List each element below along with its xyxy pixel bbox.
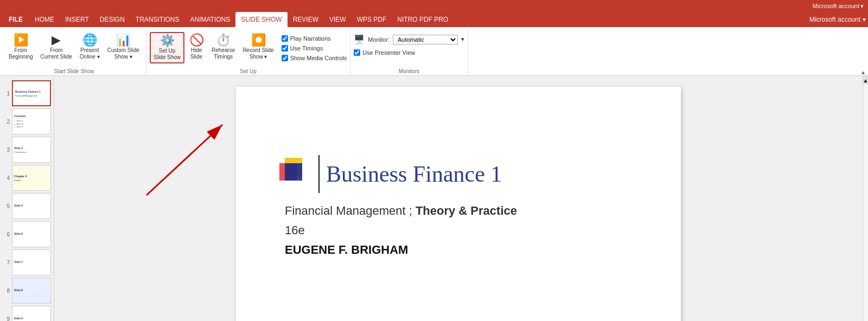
svg-line-1 bbox=[146, 125, 222, 195]
monitors-group-label: Monitors bbox=[354, 66, 464, 74]
slide-num-8: 8 bbox=[3, 288, 10, 294]
menu-item-transitions[interactable]: TRANSITIONS bbox=[130, 12, 185, 27]
menu-item-slideshow[interactable]: SLIDE SHOW bbox=[235, 12, 287, 27]
slide-thumb-9[interactable]: 9 Slide 9 bbox=[3, 306, 50, 321]
slide-num-2: 2 bbox=[3, 119, 10, 125]
present-online-icon: 🌐 bbox=[82, 34, 97, 46]
slide-canvas: Business Finance 1 Financial Management … bbox=[236, 87, 681, 321]
use-presenter-view-checkbox[interactable]: Use Presenter View bbox=[354, 48, 464, 57]
monitor-label: Monitor: bbox=[368, 36, 390, 43]
account-name: Microsoft account bbox=[813, 3, 859, 9]
logo-divider-line bbox=[318, 155, 320, 193]
setup-slideshow-icon: ⚙️ bbox=[160, 35, 175, 47]
slide-subtitle-bold: Theory & Practice bbox=[416, 204, 517, 217]
slide-thumb-8[interactable]: 8 Slide 8 bbox=[3, 278, 50, 304]
slide-edition: 16e bbox=[285, 223, 648, 237]
from-current-slide-button[interactable]: ▶ FromCurrent Slide bbox=[37, 32, 75, 62]
use-presenter-view-input[interactable] bbox=[354, 49, 360, 56]
slide-thumb-3[interactable]: 3 Slide 3 Content here bbox=[3, 137, 50, 163]
menu-item-file[interactable]: FILE bbox=[2, 12, 29, 27]
account-label: Microsoft account bbox=[809, 16, 860, 23]
setup-slideshow-button[interactable]: ⚙️ Set UpSlide Show bbox=[150, 32, 184, 63]
menu-item-home[interactable]: HOME bbox=[29, 12, 60, 27]
slide-title: Business Finance 1 bbox=[326, 161, 502, 187]
use-timings-label: Use Timings bbox=[290, 45, 323, 52]
slide-subtitle-plain: Financial Management ; bbox=[285, 204, 416, 217]
setup-checkboxes: Play Narrations Use Timings Show Media C… bbox=[282, 32, 347, 62]
present-online-button[interactable]: 🌐 PresentOnline ▾ bbox=[76, 32, 103, 62]
monitor-dropdown-arrow: ▾ bbox=[461, 36, 464, 43]
record-slideshow-icon: ⏺️ bbox=[251, 34, 266, 46]
slide-num-9: 9 bbox=[3, 316, 10, 322]
present-online-label: PresentOnline ▾ bbox=[80, 47, 100, 60]
slide-preview-2: Contents — Item 1— Item 2— Item 3 bbox=[12, 108, 51, 134]
right-scrollbar[interactable]: ▲ ▼ bbox=[863, 76, 868, 321]
slide-preview-8: Slide 8 bbox=[12, 278, 51, 304]
ribbon-collapse-button[interactable]: ▲ bbox=[860, 69, 866, 75]
play-narrations-input[interactable] bbox=[282, 35, 288, 42]
setup-group-label: Set Up bbox=[150, 66, 347, 74]
record-slideshow-button[interactable]: ⏺️ Record SlideShow ▾ bbox=[239, 32, 277, 62]
menu-item-insert[interactable]: INSERT bbox=[60, 12, 94, 27]
hide-slide-icon: 🚫 bbox=[189, 34, 204, 46]
slide-author: EUGENE F. BRIGHAM bbox=[285, 243, 648, 257]
rehearse-timings-icon: ⏱️ bbox=[216, 34, 231, 46]
logo-square-blue bbox=[285, 163, 302, 181]
menu-item-view[interactable]: VIEW bbox=[324, 12, 352, 27]
rehearse-timings-label: RehearseTimings bbox=[212, 47, 235, 60]
monitor-icon: 🖥️ bbox=[354, 34, 365, 44]
menu-item-nitro[interactable]: NITRO PDF PRO bbox=[392, 12, 454, 27]
play-narrations-checkbox[interactable]: Play Narrations bbox=[282, 34, 331, 43]
slide-thumb-4[interactable]: 4 Chapter 4 Details bbox=[3, 165, 50, 191]
play-narrations-label: Play Narrations bbox=[290, 35, 331, 42]
account-arrow[interactable]: ▾ bbox=[863, 16, 866, 23]
slide-subtitle: Financial Management ; Theory & Practice bbox=[285, 204, 648, 218]
scrollbar-track bbox=[863, 85, 868, 321]
menu-bar: FILE HOME INSERT DESIGN TRANSITIONS ANIM… bbox=[0, 12, 868, 27]
start-slideshow-group-label: Start Slide Show bbox=[5, 66, 143, 74]
setup-buttons: ⚙️ Set UpSlide Show 🚫 HideSlide ⏱️ Rehea… bbox=[150, 32, 347, 66]
show-media-controls-checkbox[interactable]: Show Media Controls bbox=[282, 54, 347, 62]
menu-item-design[interactable]: DESIGN bbox=[94, 12, 130, 27]
account-area: Microsoft account ▾ bbox=[809, 16, 866, 23]
slide-preview-3: Slide 3 Content here bbox=[12, 137, 51, 163]
account-dropdown-icon[interactable]: ▾ bbox=[860, 3, 864, 10]
use-presenter-view-label: Use Presenter View bbox=[362, 49, 415, 56]
slide-thumb-1[interactable]: 1 Business Finance 1 Financial Managemen… bbox=[3, 80, 50, 106]
slide-thumb-5[interactable]: 5 Slide 5 bbox=[3, 193, 50, 219]
slide-num-1: 1 bbox=[3, 91, 10, 97]
use-timings-checkbox[interactable]: Use Timings bbox=[282, 44, 323, 53]
menu-item-review[interactable]: REVIEW bbox=[288, 12, 324, 27]
custom-show-button[interactable]: 📊 Custom SlideShow ▾ bbox=[104, 32, 143, 62]
setup-slideshow-label: Set UpSlide Show bbox=[154, 48, 181, 61]
main-area: 1 Business Finance 1 Financial Managemen… bbox=[0, 76, 868, 321]
slide-num-6: 6 bbox=[3, 232, 10, 237]
record-slideshow-label: Record SlideShow ▾ bbox=[242, 47, 273, 60]
show-media-controls-input[interactable] bbox=[282, 55, 288, 61]
ribbon-group-setup: ⚙️ Set UpSlide Show 🚫 HideSlide ⏱️ Rehea… bbox=[146, 30, 350, 75]
monitor-select[interactable]: Automatic bbox=[393, 35, 458, 44]
from-beginning-button[interactable]: ▶️ FromBeginning bbox=[5, 32, 36, 62]
title-bar: Microsoft account ▾ bbox=[0, 0, 868, 12]
from-current-icon: ▶ bbox=[52, 34, 61, 46]
use-timings-input[interactable] bbox=[282, 45, 288, 52]
scrollbar-up-button[interactable]: ▲ bbox=[863, 76, 868, 85]
from-beginning-label: FromBeginning bbox=[9, 47, 33, 60]
show-media-controls-label: Show Media Controls bbox=[290, 55, 347, 61]
slide-logo: Business Finance 1 bbox=[279, 155, 648, 193]
slide-thumb-7[interactable]: 7 Slide 7 bbox=[3, 249, 50, 275]
custom-show-icon: 📊 bbox=[116, 34, 131, 46]
rehearse-timings-button[interactable]: ⏱️ RehearseTimings bbox=[208, 32, 238, 62]
start-slideshow-buttons: ▶️ FromBeginning ▶ FromCurrent Slide 🌐 P… bbox=[5, 32, 143, 66]
slide-preview-9: Slide 9 bbox=[12, 306, 51, 321]
hide-slide-button[interactable]: 🚫 HideSlide bbox=[186, 32, 207, 62]
slide-thumb-6[interactable]: 6 Slide 6 bbox=[3, 221, 50, 247]
slide-preview-6: Slide 6 bbox=[12, 221, 51, 247]
menu-item-animations[interactable]: ANIMATIONS bbox=[184, 12, 235, 27]
logo-squares bbox=[279, 158, 312, 190]
slide-thumb-2[interactable]: 2 Contents — Item 1— Item 2— Item 3 bbox=[3, 108, 50, 134]
custom-show-label: Custom SlideShow ▾ bbox=[107, 47, 139, 60]
slide-preview-4: Chapter 4 Details bbox=[12, 165, 51, 191]
from-current-label: FromCurrent Slide bbox=[40, 47, 72, 60]
menu-item-wpspdf[interactable]: WPS PDF bbox=[352, 12, 392, 27]
